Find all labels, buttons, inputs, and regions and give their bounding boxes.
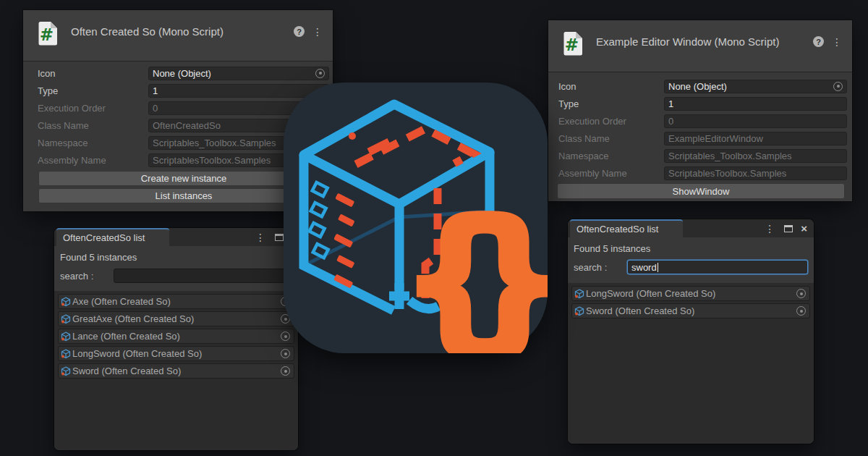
field-label: Assembly Name <box>558 168 664 179</box>
list-item[interactable]: LongSword (Often Created So) <box>58 346 294 361</box>
text-caret <box>658 263 659 272</box>
field-value: ExampleEditorWindow <box>668 133 843 144</box>
field-value: 0 <box>668 116 843 127</box>
field-row-class-name: Class Name ExampleEditorWindow <box>548 130 852 147</box>
inspector-body: Icon None (Object) Type 1 Execution Orde… <box>548 72 852 199</box>
search-label: search : <box>60 271 114 282</box>
list-item[interactable]: GreatAxe (Often Created So) <box>58 311 294 326</box>
svg-text:#: # <box>40 25 54 44</box>
tab-bar: OftenCreatedSo list ⋮ × <box>568 219 814 237</box>
tab-label: OftenCreatedSo list <box>63 232 145 243</box>
help-icon[interactable]: ? <box>813 36 824 47</box>
field-label: Namespace <box>558 151 664 161</box>
field-value: None (Object) <box>153 68 315 79</box>
field-label: Type <box>558 98 664 109</box>
icon-object-field[interactable]: None (Object) <box>664 80 847 93</box>
tab-often-created-so-list[interactable]: OftenCreatedSo list <box>570 219 683 237</box>
list-item-label: GreatAxe (Often Created So) <box>72 313 281 324</box>
object-picker-icon[interactable] <box>315 69 325 78</box>
field-value: ScriptablesToolbox.Samples <box>668 168 843 179</box>
inspector-title: Often Created So (Mono Script) <box>71 25 224 38</box>
list-item[interactable]: Sword (Often Created So) <box>571 303 810 318</box>
list-item-label: Axe (Often Created So) <box>72 296 281 307</box>
field-label: Namespace <box>38 138 148 148</box>
object-picker-icon[interactable] <box>796 289 806 298</box>
field-label: Assembly Name <box>38 155 148 166</box>
show-window-button[interactable]: ShowWindow <box>557 183 845 199</box>
close-icon[interactable]: × <box>801 223 807 234</box>
icon-object-field[interactable]: None (Object) <box>148 67 329 80</box>
window-menu-icon[interactable]: ⋮ <box>254 232 267 242</box>
field-row-namespace: Namespace Scriptables_Toolbox.Samples <box>548 147 852 164</box>
instance-list[interactable]: Axe (Often Created So) GreatAxe (Often C… <box>54 291 298 450</box>
scriptable-object-icon <box>61 366 71 376</box>
field-row-type: Type 1 <box>548 95 852 112</box>
execution-order-field: 0 <box>664 114 847 128</box>
scriptable-object-icon <box>574 289 584 299</box>
field-label: Class Name <box>38 120 148 131</box>
maximize-icon[interactable] <box>784 225 793 232</box>
namespace-field: Scriptables_Toolbox.Samples <box>664 149 847 163</box>
kebab-menu-icon[interactable]: ⋮ <box>830 37 843 47</box>
inspector-title: Example Editor Window (Mono Script) <box>596 35 779 48</box>
list-item-label: Lance (Often Created So) <box>72 331 281 342</box>
list-item-label: Sword (Often Created So) <box>72 366 281 376</box>
tab-label: OftenCreatedSo list <box>576 224 658 235</box>
window-body: Found 5 instances search : <box>54 246 298 283</box>
list-item[interactable]: Axe (Often Created So) <box>58 294 294 309</box>
field-label: Icon <box>38 68 148 79</box>
object-picker-icon[interactable] <box>281 366 290 376</box>
often-created-so-list-window: OftenCreatedSo list ⋮ Found 5 instances … <box>54 228 298 450</box>
svg-text:#: # <box>565 35 579 54</box>
search-input[interactable]: sword <box>627 260 808 274</box>
search-row: search : sword <box>574 260 808 274</box>
inspector-example-editor-window: # Example Editor Window (Mono Script) ? … <box>548 20 852 201</box>
field-value: 1 <box>668 98 843 109</box>
field-label: Execution Order <box>558 116 664 127</box>
instance-count-label: Found 5 instances <box>60 252 292 263</box>
assembly-name-field: ScriptablesToolbox.Samples <box>664 166 847 180</box>
field-label: Class Name <box>558 133 664 144</box>
tab-often-created-so-list[interactable]: OftenCreatedSo list <box>56 228 169 246</box>
type-field[interactable]: 1 <box>664 97 847 111</box>
field-row-assembly-name: Assembly Name ScriptablesToolbox.Samples <box>548 164 852 182</box>
field-label: Icon <box>558 81 664 92</box>
maximize-icon[interactable] <box>275 234 284 241</box>
list-item[interactable]: Sword (Often Created So) <box>58 363 294 379</box>
search-input-value: sword <box>631 262 657 273</box>
class-name-field: ExampleEditorWindow <box>664 132 847 145</box>
search-label: search : <box>574 262 627 273</box>
field-label: Execution Order <box>38 103 148 114</box>
curly-braces-icon: { } <box>399 187 548 353</box>
csharp-script-icon: # <box>35 20 61 46</box>
instance-list[interactable]: LongSword (Often Created So) Sword (Ofte… <box>568 283 814 444</box>
csharp-script-icon: # <box>560 30 586 56</box>
inspector-header: # Often Created So (Mono Script) ? ⋮ <box>23 10 333 62</box>
scriptable-object-icon <box>61 314 71 324</box>
field-value: None (Object) <box>668 81 833 92</box>
field-row-execution-order: Execution Order 0 <box>548 112 852 130</box>
field-row-icon: Icon None (Object) <box>548 77 852 95</box>
scriptable-object-icon <box>61 349 71 359</box>
list-item[interactable]: LongSword (Often Created So) <box>571 286 810 301</box>
list-item-label: LongSword (Often Created So) <box>586 288 796 299</box>
search-row: search : <box>60 269 292 283</box>
tab-bar: OftenCreatedSo list ⋮ <box>54 228 298 246</box>
scriptable-object-icon <box>574 306 584 316</box>
help-icon[interactable]: ? <box>294 26 305 37</box>
field-label: Type <box>38 85 148 96</box>
svg-text:}: } <box>459 187 548 353</box>
window-menu-icon[interactable]: ⋮ <box>763 224 776 234</box>
inspector-header: # Example Editor Window (Mono Script) ? … <box>548 20 852 72</box>
field-row-icon: Icon None (Object) <box>23 64 333 82</box>
object-picker-icon[interactable] <box>833 82 843 91</box>
list-item-label: LongSword (Often Created So) <box>72 348 281 359</box>
scriptables-toolbox-logo: { } <box>284 83 548 353</box>
list-item[interactable]: Lance (Often Created So) <box>58 329 294 344</box>
scriptable-object-icon <box>61 297 71 307</box>
search-input[interactable] <box>114 269 292 283</box>
object-picker-icon[interactable] <box>796 306 806 316</box>
instance-count-label: Found 5 instances <box>574 243 808 254</box>
field-value: Scriptables_Toolbox.Samples <box>668 151 843 161</box>
kebab-menu-icon[interactable]: ⋮ <box>311 27 324 37</box>
